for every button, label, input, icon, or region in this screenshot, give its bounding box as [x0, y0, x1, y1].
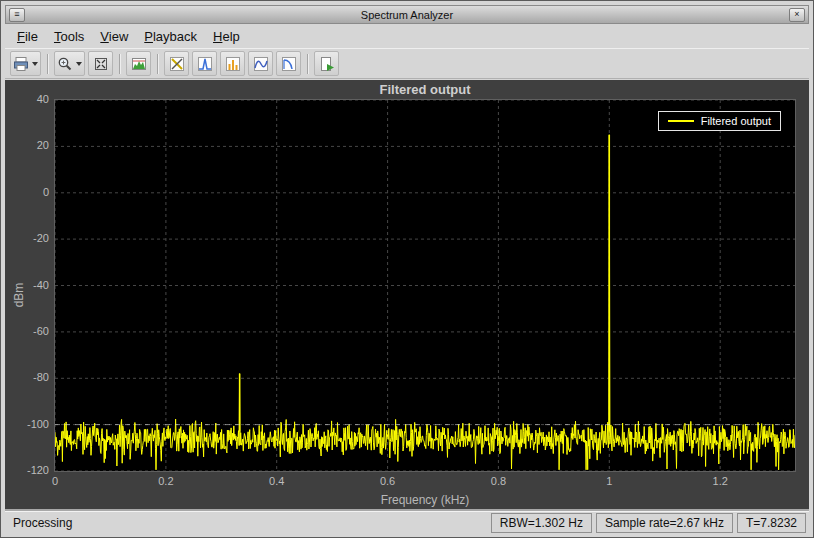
- menu-file[interactable]: File: [9, 26, 46, 47]
- zoom-button[interactable]: [54, 51, 85, 76]
- spectrum-analyzer-window: ≡ Spectrum Analyzer × File Tools View Pl…: [0, 0, 814, 538]
- status-processing: Processing: [8, 516, 487, 530]
- spectrum-trace-svg: [55, 100, 795, 471]
- status-rbw: RBW=1.302 Hz: [491, 513, 592, 533]
- y-tick-label: 20: [37, 140, 49, 152]
- close-button[interactable]: ×: [789, 8, 805, 22]
- y-tick-label: -100: [27, 418, 49, 430]
- menu-view[interactable]: View: [92, 26, 136, 47]
- legend-label: Filtered output: [701, 115, 771, 127]
- x-tick-label: 1.2: [713, 475, 728, 487]
- figure-area: Filtered output dBm Filtered output 4020…: [5, 80, 809, 509]
- menu-tools[interactable]: Tools: [46, 26, 92, 47]
- fit-to-view-button[interactable]: [88, 51, 113, 76]
- distortion-measurements-icon: [225, 56, 241, 72]
- export-icon: [13, 56, 29, 72]
- dropdown-caret-icon: [32, 62, 38, 66]
- y-tick-label: -20: [33, 233, 49, 245]
- status-time: T=7.8232: [737, 513, 806, 533]
- ccdf-measurements-icon: [281, 56, 297, 72]
- x-tick-label: 0.6: [380, 475, 395, 487]
- y-tick-label: 0: [43, 186, 49, 198]
- cursor-measurements-button[interactable]: [164, 51, 189, 76]
- x-tick-label: 0: [52, 475, 58, 487]
- window-title: Spectrum Analyzer: [26, 9, 788, 21]
- ccdf-measurements-button[interactable]: [276, 51, 301, 76]
- status-bar: Processing RBW=1.302 Hz Sample rate=2.67…: [5, 511, 809, 534]
- menu-help[interactable]: Help: [205, 26, 248, 47]
- spectrum-settings-icon: [131, 56, 147, 72]
- y-tick-label: -80: [33, 372, 49, 384]
- x-tick-label: 0.4: [269, 475, 284, 487]
- title-bar[interactable]: ≡ Spectrum Analyzer ×: [5, 5, 809, 24]
- toolbar-separator: [47, 54, 48, 74]
- menu-playback[interactable]: Playback: [136, 26, 205, 47]
- dropdown-caret-icon: [76, 62, 82, 66]
- spectrum-settings-button[interactable]: [126, 51, 151, 76]
- channel-measurements-icon: [253, 56, 269, 72]
- x-tick-label: 0.2: [158, 475, 173, 487]
- menu-bar: File Tools View Playback Help: [5, 24, 809, 48]
- x-tick-label: 1: [606, 475, 612, 487]
- toolbar-separator: [157, 54, 158, 74]
- toolbar-separator: [119, 54, 120, 74]
- fit-to-view-icon: [93, 56, 109, 72]
- legend[interactable]: Filtered output: [658, 111, 781, 131]
- y-tick-label: -120: [27, 464, 49, 476]
- y-axis-label: dBm: [12, 282, 26, 307]
- y-tick-label: -40: [33, 279, 49, 291]
- toolbar-separator: [307, 54, 308, 74]
- x-axis-label: Frequency (kHz): [54, 493, 796, 507]
- status-sample-rate: Sample rate=2.67 kHz: [596, 513, 733, 533]
- distortion-measurements-button[interactable]: [220, 51, 245, 76]
- y-tick-label: 40: [37, 93, 49, 105]
- plot-title: Filtered output: [54, 82, 796, 97]
- channel-measurements-button[interactable]: [248, 51, 273, 76]
- playback-settings-button[interactable]: [314, 51, 339, 76]
- y-tick-label: -60: [33, 325, 49, 337]
- peak-finder-icon: [197, 56, 213, 72]
- zoom-icon: [57, 56, 73, 72]
- peak-finder-button[interactable]: [192, 51, 217, 76]
- toolbar: [5, 48, 809, 79]
- cursor-measurements-icon: [169, 56, 185, 72]
- plot-area[interactable]: Filtered output 40200-20-40-60-80-100-12…: [54, 99, 796, 472]
- x-tick-label: 0.8: [491, 475, 506, 487]
- playback-settings-icon: [319, 56, 335, 72]
- window-menu-button[interactable]: ≡: [9, 8, 25, 22]
- export-button[interactable]: [10, 51, 41, 76]
- legend-line-sample-icon: [668, 120, 694, 122]
